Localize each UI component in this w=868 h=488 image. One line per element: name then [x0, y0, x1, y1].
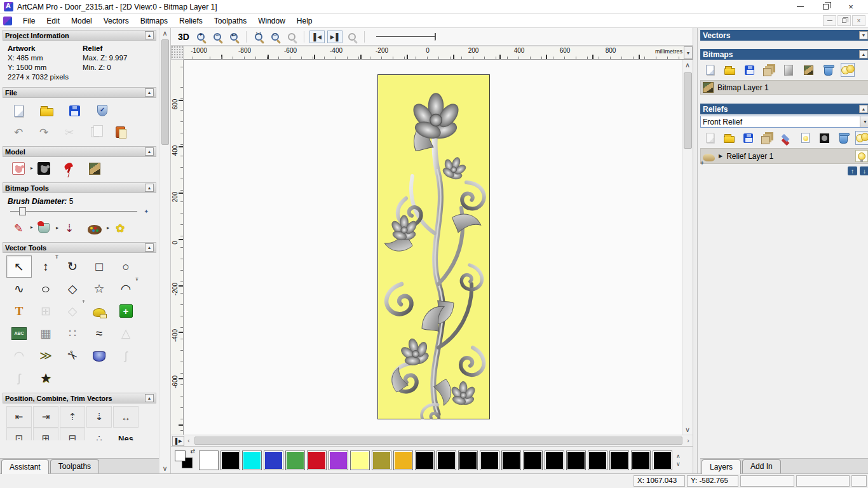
brush-diameter-slider[interactable]: ✦: [10, 211, 137, 212]
artwork-bitmap[interactable]: [377, 74, 490, 419]
tab-toolpaths[interactable]: Toolpaths: [50, 459, 99, 473]
minimize-button[interactable]: [794, 2, 806, 12]
menu-model[interactable]: Model: [65, 15, 98, 27]
undo-icon[interactable]: ↶: [10, 125, 27, 140]
palette-swatch[interactable]: [566, 451, 586, 470]
nesting-tool[interactable]: Nes: [113, 428, 139, 440]
palette-swatch[interactable]: [480, 451, 499, 470]
menu-edit[interactable]: Edit: [41, 15, 65, 27]
palette-swatch[interactable]: [631, 451, 651, 470]
palette-swatch[interactable]: [220, 451, 240, 470]
offset-vectors-tool[interactable]: ◇: [60, 300, 85, 322]
align-top-tool[interactable]: ⇡: [60, 406, 85, 428]
scrollbar-thumb[interactable]: [161, 39, 169, 145]
collapse-icon[interactable]: ▲: [145, 394, 154, 402]
create-text-tool[interactable]: T: [6, 300, 32, 322]
palette-swatch[interactable]: [523, 451, 543, 470]
centre-in-page-tool[interactable]: ⊡: [6, 428, 32, 440]
group-vectors-tool[interactable]: ⊞: [33, 428, 58, 440]
block-copy-tool[interactable]: ⊞: [33, 300, 58, 322]
align-bottom-tool[interactable]: ⇣: [86, 406, 112, 428]
scroll-right-icon[interactable]: ›: [684, 437, 693, 444]
arc-edit-tool[interactable]: ◠: [6, 344, 32, 367]
primary-secondary-colour-indicator[interactable]: ⇄: [175, 450, 194, 470]
layer-visibility-button[interactable]: [855, 150, 868, 162]
panel-resizer[interactable]: [693, 28, 698, 473]
bitmap-layer-row[interactable]: Bitmap Layer 1: [700, 80, 868, 95]
interactive-distortion-tool[interactable]: [86, 344, 112, 367]
units-dropdown-icon[interactable]: ▼: [684, 46, 693, 59]
mdi-minimize-button[interactable]: [823, 15, 836, 26]
collapse-icon[interactable]: ▲: [145, 243, 154, 252]
load-image-icon[interactable]: [86, 161, 103, 176]
zoom-previous-icon[interactable]: ↩: [227, 30, 241, 43]
collapse-icon[interactable]: ▲: [145, 31, 154, 39]
greyscale-layer-icon[interactable]: [782, 63, 796, 77]
zoom-to-object-icon[interactable]: [285, 30, 299, 43]
collapse-icon[interactable]: ▲: [145, 147, 154, 156]
restore-button[interactable]: [820, 2, 831, 12]
flyout-icon[interactable]: ✦: [144, 208, 149, 215]
menu-vectors[interactable]: Vectors: [98, 15, 135, 27]
palette-swatch[interactable]: [415, 451, 435, 470]
simplify-vectors-tool[interactable]: △: [113, 322, 139, 344]
select-vectors-tool[interactable]: ↖: [6, 255, 32, 278]
open-bitmap-icon[interactable]: [722, 63, 736, 77]
save-relief-icon[interactable]: [741, 131, 755, 145]
transform-vectors-tool[interactable]: ↻: [60, 255, 85, 278]
measure-tool[interactable]: [86, 300, 112, 322]
distort-vectors-tool[interactable]: ▦: [33, 322, 58, 344]
palette-swatch[interactable]: [285, 451, 305, 470]
delete-relief-layer-icon[interactable]: [836, 131, 850, 145]
menu-file[interactable]: File: [17, 15, 41, 27]
toggle-relief-visibility-icon[interactable]: [855, 131, 868, 145]
create-polyline-tool[interactable]: ∿: [6, 278, 32, 300]
move-layer-up-button[interactable]: ↑: [848, 166, 857, 175]
next-bitmap-layer-button[interactable]: ►▌: [327, 30, 342, 43]
menu-help[interactable]: Help: [291, 15, 318, 27]
greyscale-preview-icon[interactable]: [817, 131, 831, 145]
slider-handle[interactable]: [19, 207, 26, 215]
scroll-down-icon[interactable]: ∨: [160, 463, 170, 473]
palette-swatch[interactable]: [242, 451, 262, 470]
scroll-down-icon[interactable]: ∨: [676, 461, 681, 466]
tab-layers[interactable]: Layers: [702, 459, 741, 474]
dropdown-icon[interactable]: ▼: [860, 116, 868, 127]
move-layer-down-button[interactable]: ↓: [860, 166, 868, 175]
new-relief-layer-icon[interactable]: [703, 131, 717, 145]
toggle-3d-view-button[interactable]: 3D: [176, 31, 191, 43]
scroll-up-icon[interactable]: ∧: [682, 60, 693, 70]
preview-layer-icon[interactable]: [345, 30, 359, 43]
ungroup-vectors-tool[interactable]: ⊟: [60, 428, 85, 440]
collapse-icon[interactable]: ▲: [145, 88, 154, 97]
flood-fill-icon[interactable]: [36, 220, 52, 236]
scrollbar-thumb[interactable]: [684, 72, 692, 149]
align-right-tool[interactable]: ⇥: [33, 406, 58, 428]
primary-colour-swatch[interactable]: [175, 451, 186, 461]
canvas-vscrollbar[interactable]: ∧ ∨: [682, 60, 693, 435]
text-on-curve-tool[interactable]: ABC: [6, 322, 32, 344]
zoom-1to1-icon[interactable]: 1:1: [252, 30, 266, 43]
mirror-profile-tool[interactable]: ʃ: [6, 367, 32, 389]
tab-assistant[interactable]: Assistant: [1, 459, 49, 474]
create-polygon-tool[interactable]: ◇: [60, 278, 85, 300]
save-bitmap-icon[interactable]: [742, 63, 756, 77]
node-editing-tool[interactable]: ↕: [33, 255, 58, 278]
paste-icon[interactable]: [112, 125, 128, 140]
palette-swatch[interactable]: [329, 451, 348, 470]
zoom-in-icon[interactable]: +: [194, 30, 208, 43]
assistant-scrollbar[interactable]: ∧ ∨: [159, 28, 170, 473]
scroll-up-icon[interactable]: ∧: [676, 454, 681, 459]
palette-swatch[interactable]: [307, 451, 327, 470]
pan-mode-button[interactable]: ▐►: [172, 436, 184, 446]
new-model-icon[interactable]: [10, 103, 27, 118]
create-circle-tool[interactable]: ○: [113, 255, 139, 278]
mdi-close-button[interactable]: ×: [852, 15, 865, 26]
swap-colours-icon[interactable]: ⇄: [190, 448, 195, 454]
preview-relief-icon[interactable]: [798, 131, 812, 145]
open-relief-icon[interactable]: [722, 131, 736, 145]
cut-icon[interactable]: ✂: [61, 125, 78, 140]
wrap-star-tool[interactable]: ★: [33, 367, 58, 389]
set-model-size-icon[interactable]: [10, 161, 27, 176]
open-file-icon[interactable]: [38, 103, 55, 118]
